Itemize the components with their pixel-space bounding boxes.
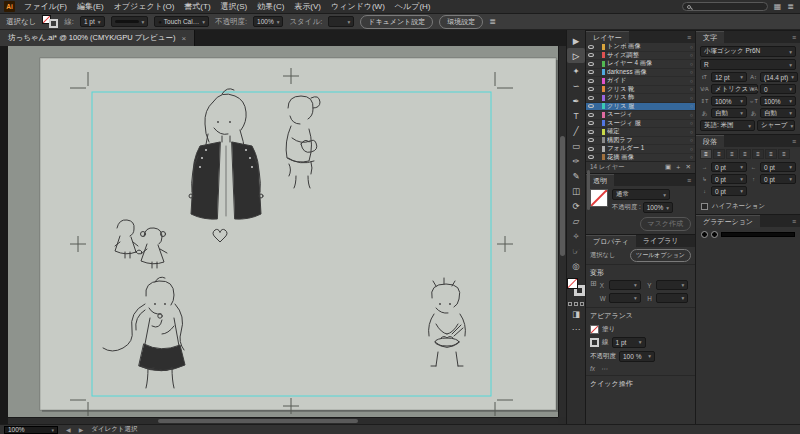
font-family-select[interactable]: 小塚ゴシック Pr6N [700,46,796,57]
menu-item[interactable]: 書式(T) [179,1,215,12]
panel-menu-icon[interactable]: ≡ [687,34,695,41]
visibility-eye-icon[interactable] [588,45,594,49]
align-right-button[interactable]: ≡ [726,149,738,159]
target-circle-icon[interactable]: ○ [690,61,693,67]
visibility-eye-icon[interactable] [588,96,594,100]
workspace-icon[interactable]: ▦ [774,2,782,11]
target-circle-icon[interactable]: ○ [690,86,693,92]
zoom-tool[interactable]: ◎ [567,258,585,273]
appearance-opacity-select[interactable]: 100 % [619,351,655,362]
layer-row[interactable]: 花摘 画像 ○ [586,154,695,163]
menu-item[interactable]: ヘルプ(H) [390,1,436,12]
document-setup-button[interactable]: ドキュメント設定 [360,15,433,29]
visibility-eye-icon[interactable] [588,87,594,91]
close-icon[interactable]: × [181,34,186,43]
target-circle-icon[interactable]: ○ [690,146,693,152]
tracking-field[interactable]: WA 0 [749,84,796,94]
panel-menu-icon[interactable]: ≡ [687,177,695,184]
left-indent-field[interactable]: → 0 pt [700,162,747,172]
properties-tab[interactable]: ライブラリ [636,235,686,248]
transform-field-input[interactable] [609,293,641,303]
aki-left-field[interactable]: あ 自動 [700,108,747,118]
menu-item[interactable]: 表示(V) [289,1,326,12]
target-circle-icon[interactable]: ○ [690,52,693,58]
right-indent-field[interactable]: ← 0 pt [749,162,796,172]
selection-tool[interactable]: ▶ [567,33,585,48]
tab-transparency[interactable]: 透明 [586,174,614,187]
space-before-field[interactable]: ↑ 0 pt [749,174,796,184]
kerning-field[interactable]: V∕A メトリクス [700,84,747,94]
prev-artboard-icon[interactable]: ◀ [66,426,71,433]
first-line-indent-field[interactable]: ↳ 0 pt [700,174,747,184]
field-input[interactable]: 0 pt [711,186,747,196]
fill-stroke-control[interactable] [567,278,585,296]
target-circle-icon[interactable]: ○ [690,95,693,101]
gradient-stop-icon[interactable] [701,231,708,238]
canvas[interactable] [8,46,558,417]
menu-item[interactable]: 選択(S) [216,1,253,12]
stroke-weight-select[interactable]: 1 pt [80,16,105,27]
artboard[interactable] [40,58,556,410]
aki-right-field[interactable]: あ 自動 [749,108,796,118]
rectangle-tool[interactable]: ▭ [567,138,585,153]
gradient-slider[interactable] [721,232,795,237]
menu-item[interactable]: ウィンドウ(W) [326,1,390,12]
language-select[interactable]: 英語: 米国 [700,120,755,131]
panel-menu-icon[interactable]: ≡ [792,34,800,41]
space-after-field[interactable]: ↓ 0 pt [700,186,747,196]
paintbrush-tool[interactable]: ✑ [567,153,585,168]
fx-icon[interactable]: fx [590,365,595,373]
fill-stroke-indicator[interactable] [42,15,58,28]
transform-field-input[interactable] [656,293,688,303]
target-circle-icon[interactable]: ○ [690,112,693,118]
hand-tool[interactable]: ☞ [567,243,585,258]
visibility-eye-icon[interactable] [588,113,594,117]
rotate-tool[interactable]: ⟳ [567,198,585,213]
type-tool[interactable]: T [567,108,585,123]
field-input[interactable]: 12 pt [711,72,747,82]
visibility-eye-icon[interactable] [588,147,594,151]
transparency-thumbnail[interactable] [590,189,608,207]
menu-item[interactable]: 効果(C) [252,1,289,12]
magic-wand-tool[interactable]: ✦ [567,63,585,78]
transform-field-input[interactable] [656,280,688,290]
field-input[interactable]: 0 pt [711,174,747,184]
field-input[interactable]: 0 [760,84,796,94]
visibility-eye-icon[interactable] [588,138,594,142]
new-layer-icon[interactable]: ＋ [675,163,682,172]
line-segment-tool[interactable]: ╱ [567,123,585,138]
fill-swatch-none[interactable] [567,278,578,289]
visibility-eye-icon[interactable] [588,79,594,83]
target-circle-icon[interactable]: ○ [690,69,693,75]
reference-point-icon[interactable]: ⊞ [590,280,597,303]
anti-alias-select[interactable]: シャープ [757,120,795,131]
eraser-tool[interactable]: ◫ [567,183,585,198]
eyedropper-tool[interactable]: ✧ [567,228,585,243]
next-artboard-icon[interactable]: ▶ [79,426,84,433]
menu-item[interactable]: オブジェクト(O) [109,1,180,12]
app-menu-icon[interactable]: ≣ [787,2,794,11]
target-circle-icon[interactable]: ○ [690,78,693,84]
align-left-button[interactable]: ≡ [700,149,712,159]
direct-selection-tool[interactable]: ▷ [567,48,585,63]
make-mask-button[interactable]: マスク作成 [640,217,692,231]
tab-gradient[interactable]: グラデーション [696,215,760,228]
field-input[interactable]: 100% [760,96,796,106]
screen-mode-button[interactable]: ◨ [567,306,585,321]
search-input[interactable] [682,2,768,11]
horizontal-scrollbar[interactable] [8,417,558,424]
pencil-tool[interactable]: ✎ [567,168,585,183]
gradient-stop-icon[interactable] [711,231,718,238]
menu-item[interactable]: ファイル(F) [19,1,72,12]
zoom-select[interactable]: 100% [4,426,58,434]
target-circle-icon[interactable]: ○ [690,120,693,126]
font-style-select[interactable]: R [700,59,796,70]
panel-menu-icon[interactable]: ≡ [792,138,800,145]
hyphenation-checkbox[interactable] [701,203,708,210]
more-icon[interactable]: ⋯ [601,365,608,373]
visibility-eye-icon[interactable] [588,62,594,66]
scale-tool[interactable]: ▱ [567,213,585,228]
tab-paragraph[interactable]: 段落 [696,135,724,148]
pen-tool[interactable]: ✒ [567,93,585,108]
font-size-field[interactable]: tT 12 pt [700,72,747,82]
